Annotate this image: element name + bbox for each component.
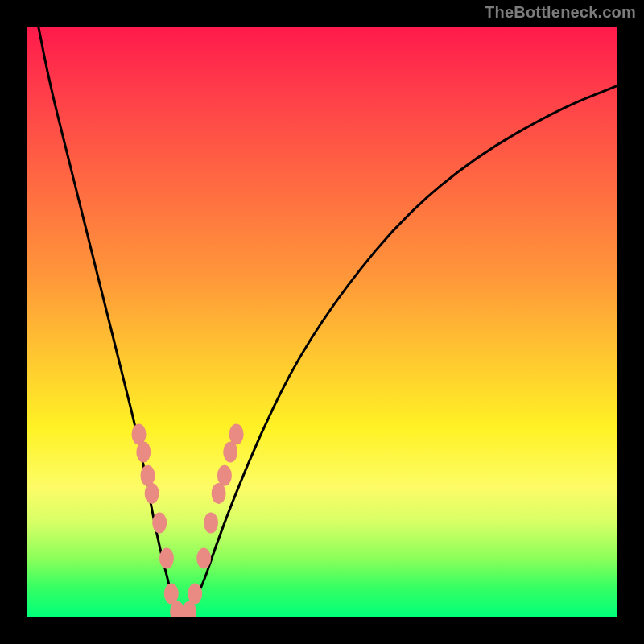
marker-dot — [204, 513, 218, 534]
marker-dot — [188, 584, 202, 605]
marker-dot — [229, 424, 244, 445]
marker-dot — [141, 465, 155, 486]
chart-stage: TheBottleneck.com — [0, 0, 644, 644]
marker-dot — [196, 548, 211, 569]
marker-dots-group — [132, 424, 244, 618]
marker-dot — [164, 584, 179, 605]
watermark-label: TheBottleneck.com — [485, 3, 636, 22]
chart-overlay-svg — [27, 27, 617, 617]
marker-dot — [136, 442, 151, 463]
marker-dot — [152, 513, 167, 534]
marker-dot — [212, 483, 226, 504]
marker-dot — [217, 465, 232, 486]
bottleneck-curve — [39, 27, 617, 614]
marker-dot — [145, 483, 159, 504]
marker-dot — [159, 548, 174, 569]
